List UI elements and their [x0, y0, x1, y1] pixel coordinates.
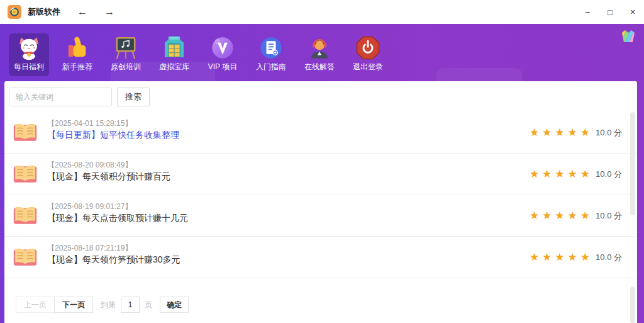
next-page-button[interactable]: 下一页 [54, 297, 93, 313]
item-rating: ★★★★★ 10.0 分 [530, 169, 622, 180]
title-bar: 新版软件 ← → − □ × [0, 0, 644, 24]
item-title-link[interactable]: 【现金】每天点击领取预计赚十几元 [47, 213, 188, 224]
article-list: 【2025-04-01 15:28:15】 【每日更新】短平快任务收集整理 ★★… [4, 112, 637, 278]
lucky-cat-icon [16, 35, 42, 60]
goto-page-label: 到第 [101, 300, 116, 310]
item-timestamp: 【2025-08-18 07:21:19】 [47, 243, 132, 254]
item-rating: ★★★★★ 10.0 分 [530, 252, 622, 263]
list-item[interactable]: 【2025-08-18 07:21:19】 【现金】每天领竹笋预计赚30多元 ★… [4, 237, 637, 278]
nav-item-label: 每日福利 [14, 62, 44, 72]
nav-item-7[interactable]: 在线解答 [299, 33, 340, 76]
item-timestamp: 【2025-08-20 09:08:49】 [47, 160, 132, 171]
item-score: 10.0 分 [596, 252, 622, 263]
nav-item-5[interactable]: VIP 项目 [203, 33, 243, 76]
item-title-link[interactable]: 【每日更新】短平快任务收集整理 [47, 130, 179, 141]
book-icon [13, 246, 38, 268]
window-title: 新版软件 [28, 6, 60, 18]
nav-item-label: 在线解答 [304, 62, 335, 72]
list-item[interactable]: 【2025-08-20 09:08:49】 【现金】每天领积分预计赚百元 ★★★… [4, 154, 637, 195]
search-row: 搜索 [9, 88, 150, 106]
nav-item-label: 新手推荐 [62, 62, 92, 72]
app-logo-icon [8, 5, 21, 19]
item-score: 10.0 分 [596, 127, 622, 139]
list-item[interactable]: 【2025-04-01 15:28:15】 【每日更新】短平快任务收集整理 ★★… [4, 112, 637, 154]
close-button[interactable]: × [621, 0, 644, 24]
minimize-button[interactable]: − [576, 0, 599, 24]
list-item[interactable]: 【2025-08-19 09:01:27】 【现金】每天点击领取预计赚十几元 ★… [4, 195, 637, 237]
main-nav: 每日福利 新手推荐 原创培训 虚拟宝库 VIP 项目 入门指南 在线解答 退出登… [0, 24, 644, 81]
star-icons: ★★★★★ [530, 169, 593, 179]
item-title-link[interactable]: 【现金】每天领竹笋预计赚30多元 [47, 254, 180, 266]
nav-item-label: 原创培训 [111, 62, 141, 72]
star-icons: ★★★★★ [530, 127, 593, 138]
prev-page-button[interactable]: 上一页 [16, 297, 55, 313]
blackboard-icon [113, 35, 138, 60]
item-title-link[interactable]: 【现金】每天领积分预计赚百元 [47, 171, 170, 183]
guide-icon [258, 35, 284, 60]
nav-item-label: 虚拟宝库 [159, 62, 189, 72]
item-score: 10.0 分 [596, 210, 622, 222]
nav-item-label: VIP 项目 [208, 62, 237, 72]
search-input[interactable] [9, 88, 112, 106]
book-icon [13, 205, 38, 226]
search-button[interactable]: 搜索 [117, 88, 150, 106]
item-rating: ★★★★★ 10.0 分 [530, 127, 622, 139]
nav-item-label: 退出登录 [353, 62, 383, 72]
page-number-input[interactable] [121, 297, 140, 313]
scrollbar-thumb[interactable] [630, 286, 635, 323]
vip-icon [210, 35, 235, 60]
book-icon [13, 163, 38, 184]
nav-item-3[interactable]: 原创培训 [106, 33, 146, 76]
pagination: 上一页 下一页 到第 页 确定 [16, 297, 189, 313]
item-timestamp: 【2025-08-19 09:01:27】 [47, 201, 132, 212]
treasury-icon [162, 35, 187, 60]
item-score: 10.0 分 [596, 169, 622, 180]
rainbow-logo-icon [620, 30, 636, 43]
forward-arrow-icon[interactable]: → [104, 0, 114, 24]
nav-item-label: 入门指南 [256, 62, 286, 72]
nav-item-8[interactable]: 退出登录 [348, 33, 388, 76]
support-agent-icon [307, 35, 332, 60]
thumbs-up-icon [65, 35, 90, 60]
logout-power-icon [355, 35, 380, 60]
item-rating: ★★★★★ 10.0 分 [530, 210, 622, 222]
nav-item-4[interactable]: 虚拟宝库 [154, 33, 194, 76]
book-icon [13, 122, 38, 143]
back-arrow-icon[interactable]: ← [77, 0, 87, 24]
star-icons: ★★★★★ [530, 252, 593, 263]
page-unit-label: 页 [145, 300, 152, 310]
nav-item-6[interactable]: 入门指南 [251, 33, 291, 76]
confirm-page-button[interactable]: 确定 [160, 297, 189, 313]
scrollbar-thumb[interactable] [630, 112, 635, 215]
maximize-button[interactable]: □ [599, 0, 621, 24]
nav-item-1[interactable]: 每日福利 [9, 33, 49, 76]
content-panel: 搜索 【2025-04-01 15:28:15】 【每日更新】短平快任务收集整理… [4, 81, 637, 323]
star-icons: ★★★★★ [530, 210, 593, 221]
item-timestamp: 【2025-04-01 15:28:15】 [47, 118, 132, 129]
nav-item-2[interactable]: 新手推荐 [57, 33, 97, 76]
window-controls: − □ × [576, 0, 644, 24]
